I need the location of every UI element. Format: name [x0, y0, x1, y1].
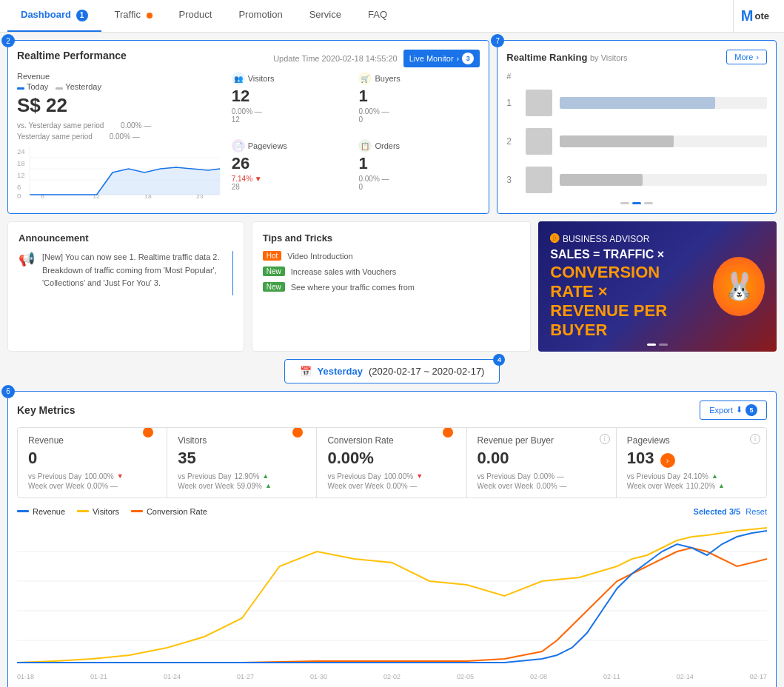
conversion-compare-2: Week over Week 0.00% — — [327, 482, 455, 490]
nav-item-dashboard[interactable]: Dashboard 1 — [7, 0, 101, 32]
svg-text:0: 0 — [17, 192, 21, 198]
rank-num-1: 1 — [506, 98, 518, 108]
buyers-label: Buyers — [375, 74, 400, 83]
pageviews-value: 26 — [232, 154, 353, 173]
km-metrics-grid: Revenue 0 vs Previous Day 100.00% ▼ Week… — [17, 427, 767, 498]
visitors-compare-2: Week over Week 59.09% ▲ — [178, 482, 306, 490]
rank-bar-2 — [560, 135, 767, 147]
nav-item-product[interactable]: Product — [166, 0, 226, 32]
ranking-row-2: 2 — [506, 125, 767, 158]
nav-bar: Dashboard 1 Traffic Product Promotion Se… — [0, 0, 784, 33]
legend-revenue: Revenue — [17, 507, 65, 516]
km-cell-conversion: Conversion Rate 0.00% vs Previous Day 10… — [317, 428, 466, 497]
legend-yesterday: Yesterday — [65, 82, 101, 91]
km-cell-visitors: Visitors 35 vs Previous Day 12.90% ▲ Wee… — [167, 428, 317, 497]
reset-link[interactable]: Reset — [746, 507, 767, 516]
x-label-3: 01-27 — [237, 673, 254, 680]
tip-item-2: New Increase sales with Vouchers — [263, 267, 520, 276]
rr-title: Realtime Ranking — [506, 52, 587, 63]
metric-visitors: 👥 Visitors 12 0.00% — 12 — [232, 72, 353, 133]
more-button[interactable]: More › — [726, 50, 767, 64]
nav-label-service: Service — [309, 9, 341, 20]
chart-svg — [17, 522, 767, 670]
legend-visitors-color — [77, 510, 89, 512]
rr-col-header: # — [506, 72, 767, 81]
orders-label: Orders — [375, 141, 400, 150]
tag-new-3: New — [263, 282, 285, 292]
pageviews-compare-1: vs Previous Day 24.10% ▲ — [627, 472, 756, 480]
tip-text-3: See where your traffic comes from — [291, 283, 415, 292]
svg-text:12: 12 — [17, 172, 25, 179]
pageviews-nav-arrow[interactable]: › — [660, 453, 675, 468]
rpb-compare-1: vs Previous Day 0.00% — — [478, 472, 606, 480]
announcement-card: Announcement 📢 [New] You can now see 1. … — [7, 221, 244, 352]
nav-item-traffic[interactable]: Traffic — [101, 0, 166, 32]
svg-text:24: 24 — [17, 148, 25, 155]
x-label-0: 01-18 — [17, 673, 34, 680]
legend-revenue-color — [17, 510, 29, 512]
ranking-pagination-dots — [506, 202, 767, 204]
chart-legend: Revenue Visitors Conversion Rate Selecte… — [17, 507, 767, 516]
rpb-cell-value: 0.00 — [478, 449, 606, 468]
nav-item-service[interactable]: Service — [296, 0, 355, 32]
legend-visitors: Visitors — [77, 507, 119, 516]
km-cell-revenue: Revenue 0 vs Previous Day 100.00% ▼ Week… — [18, 428, 167, 497]
nav-label-product: Product — [179, 9, 212, 20]
rpb-info-icon[interactable]: i — [600, 434, 610, 444]
svg-text:18: 18 — [17, 160, 25, 167]
orders-icon: 📋 — [358, 139, 372, 153]
date-picker[interactable]: 📅 Yesterday (2020-02-17 ~ 2020-02-17) 4 — [284, 359, 500, 383]
revenue-value: S$ 22 — [17, 94, 224, 117]
nav-item-promotion[interactable]: Promotion — [225, 0, 295, 32]
revenue-legend: Today Yesterday — [17, 82, 224, 91]
middle-row: Announcement 📢 [New] You can now see 1. … — [7, 221, 777, 352]
section-badge-7: 7 — [491, 34, 504, 47]
pageviews-cell-value: 103 — [627, 449, 654, 468]
rr-subtitle: by Visitors — [590, 53, 628, 62]
revenue-compare-row: vs Previous Day 100.00% ▼ Week over Week… — [28, 472, 156, 490]
visitors-arrow-up: ▲ — [262, 472, 269, 480]
km-cell-pageviews: i Pageviews 103 › vs Previous Day 24.10%… — [617, 428, 766, 497]
live-monitor-badge: 3 — [462, 53, 474, 64]
rpb-compare-2: Week over Week 0.00% — — [478, 482, 606, 490]
visitors-wow-arrow: ▲ — [265, 482, 272, 489]
compare-text: vs. Yesterday same period 0.00% — Yester… — [17, 120, 224, 142]
banner-brand: 🅓 BUSINESS ADVISOR — [550, 233, 706, 244]
nav-dot-traffic — [147, 13, 153, 19]
date-range: (2020-02-17 ~ 2020-02-17) — [369, 366, 484, 377]
live-monitor-label: Live Monitor — [409, 54, 454, 63]
banner-dot-2 — [659, 344, 668, 346]
conversion-orange-dot — [443, 427, 453, 438]
pageviews-arrow-up: ▲ — [711, 472, 718, 480]
rp-body: Revenue Today Yesterday S$ 22 vs. Yester… — [17, 72, 480, 201]
tag-new-2: New — [263, 267, 285, 276]
tip-text-1: Video Introduction — [287, 252, 352, 261]
buyers-compare: 0.00% — 0 — [358, 107, 480, 124]
legend-selected-count: Selected 3/5 Reset — [694, 507, 767, 516]
visitors-icon: 👥 — [232, 72, 245, 85]
calendar-icon: 📅 — [300, 366, 312, 377]
date-badge-4: 4 — [493, 354, 505, 366]
legend-visitors-label: Visitors — [93, 507, 119, 516]
nav-item-faq[interactable]: FAQ — [355, 0, 401, 32]
banner-line2: CONVERSION RATE × — [550, 263, 706, 301]
tips-title: Tips and Tricks — [263, 232, 520, 244]
ranking-row-1: 1 — [506, 87, 767, 119]
rank-num-3: 3 — [506, 175, 518, 185]
svg-text:6: 6 — [17, 184, 21, 191]
realtime-performance-card: 2 Realtime Performance Update Time 2020-… — [7, 40, 489, 214]
business-advisor-banner: 🅓 BUSINESS ADVISOR SALES = TRAFFIC × CON… — [538, 221, 777, 352]
legend-conversion: Conversion Rate — [131, 507, 207, 516]
rp-header: Realtime Performance Update Time 2020-02… — [17, 50, 480, 67]
date-picker-row: 📅 Yesterday (2020-02-17 ~ 2020-02-17) 4 — [7, 359, 777, 383]
buyers-icon: 🛒 — [358, 72, 372, 85]
visitors-cell-value: 35 — [178, 449, 306, 468]
export-button[interactable]: Export ⬇ 5 — [700, 401, 767, 420]
svg-text:6: 6 — [41, 192, 44, 198]
live-monitor-button[interactable]: Live Monitor › 3 — [403, 50, 480, 67]
pageviews-info-icon[interactable]: i — [750, 434, 760, 444]
announcement-scrollbar[interactable] — [232, 251, 233, 295]
pageviews-icon: 📄 — [232, 139, 245, 153]
compare-line1: vs. Yesterday same period 0.00% — — [17, 120, 224, 131]
banner-line1: SALES = TRAFFIC × — [550, 247, 706, 263]
